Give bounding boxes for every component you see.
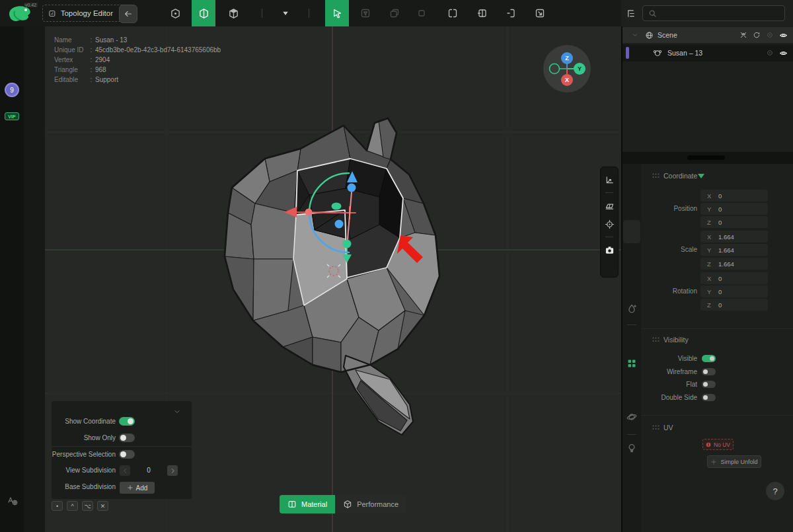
- triangle-down-icon: [282, 9, 289, 17]
- object-info-panel: Name:Susan - 13 Unique ID:45cdb3be-0e2b-…: [54, 35, 221, 85]
- scale-x-field[interactable]: X1.664: [700, 231, 768, 243]
- monkey-mesh-icon: [653, 48, 662, 57]
- perspective-selection-label: Perspective Selection: [52, 451, 116, 458]
- gizmo-z-handle[interactable]: [348, 184, 356, 192]
- scene-header-row[interactable]: Scene: [623, 27, 793, 43]
- drag-handle-icon[interactable]: [652, 337, 660, 342]
- ground-grid-icon: [605, 201, 615, 211]
- gizmo-x-handle[interactable]: [305, 209, 313, 216]
- rotation-y-field[interactable]: Y0: [700, 285, 768, 297]
- position-z-field[interactable]: Z0: [700, 216, 768, 228]
- language-button[interactable]: [7, 496, 18, 506]
- tool-face-mode-button[interactable]: [221, 0, 245, 26]
- view-toolbar: [600, 167, 619, 278]
- tool-duplicate-button[interactable]: [383, 0, 406, 26]
- section-expanded-icon[interactable]: [698, 174, 704, 179]
- wireframe-toggle[interactable]: [702, 368, 716, 375]
- subdivision-decrease-button[interactable]: [120, 465, 130, 476]
- help-button[interactable]: ?: [766, 482, 784, 500]
- tool-frame-button[interactable]: [410, 0, 434, 26]
- rotation-x-field[interactable]: X0: [700, 272, 768, 284]
- focus-target-icon[interactable]: [766, 49, 774, 57]
- face-mode-icon: [228, 8, 239, 19]
- scene-item-susan[interactable]: Susan – 13: [623, 44, 793, 61]
- visible-toggle[interactable]: [702, 355, 716, 362]
- scale-z-field[interactable]: Z1.664: [700, 258, 768, 270]
- hierarchy-toggle-button[interactable]: [626, 9, 636, 19]
- view-orientation-button[interactable]: [603, 172, 616, 187]
- mode-dropdown[interactable]: Topology Editor: [42, 5, 130, 22]
- avatar[interactable]: 9: [5, 83, 19, 97]
- mirror-icon: [477, 8, 488, 19]
- screenshot-button[interactable]: [603, 243, 616, 257]
- flat-label: Flat: [629, 381, 697, 388]
- visibility-section-title: Visibility: [663, 336, 689, 344]
- section-divider: [641, 415, 793, 416]
- orientation-gizmo[interactable]: Z Y X: [541, 42, 593, 95]
- double-side-toggle[interactable]: [702, 394, 716, 401]
- show-only-toggle[interactable]: [119, 434, 135, 442]
- toolbar-divider: [605, 192, 613, 193]
- tool-bracket-button[interactable]: [499, 0, 523, 26]
- toolbar-separator: [262, 9, 262, 18]
- position-x-field[interactable]: X0: [700, 190, 768, 202]
- tool-select-button[interactable]: [325, 0, 349, 26]
- tab-performance[interactable]: Performance: [335, 495, 406, 513]
- drag-handle-icon[interactable]: [652, 173, 660, 178]
- focus-target-icon[interactable]: [766, 31, 774, 39]
- vertex-count-value: 2904: [95, 55, 110, 65]
- tool-vertex-mode-button[interactable]: [163, 0, 187, 26]
- cursor-select-icon: [332, 8, 343, 19]
- collapse-all-icon[interactable]: [739, 31, 747, 39]
- modifier-key-2: ^: [67, 501, 78, 511]
- rotation-z-field[interactable]: Z0: [700, 299, 768, 311]
- material-tab-button[interactable]: [626, 303, 637, 314]
- ground-plane-button[interactable]: [603, 198, 616, 213]
- collapse-panel-button[interactable]: [173, 408, 181, 416]
- tool-split-view-button[interactable]: [441, 0, 465, 26]
- subdivision-increase-button[interactable]: [167, 465, 178, 476]
- drag-handle-icon[interactable]: [652, 425, 660, 430]
- flat-toggle[interactable]: [702, 381, 716, 388]
- tool-box-select-button[interactable]: [354, 0, 377, 26]
- tool-scale-region-button[interactable]: [528, 0, 552, 26]
- scale-group-label: Scale: [651, 246, 697, 253]
- position-y-field[interactable]: Y0: [700, 203, 768, 215]
- show-coordinate-toggle[interactable]: [119, 417, 135, 426]
- performance-cube-icon: [343, 500, 352, 509]
- gizmo-plane-handle-green[interactable]: [332, 203, 342, 210]
- panel-resize-handle[interactable]: [687, 155, 725, 160]
- back-button[interactable]: [119, 5, 137, 23]
- gizmo-plane-handle-blue[interactable]: [335, 220, 344, 229]
- tool-mirror-button[interactable]: [471, 0, 494, 26]
- simple-unfold-button[interactable]: Simple Unfold: [707, 455, 761, 468]
- vertex-mode-icon: [170, 8, 181, 19]
- viewport-3d[interactable]: Z Y X Name:Susan - 13 Unique ID:45cdb3be…: [45, 26, 621, 532]
- light-tab-button[interactable]: [626, 443, 637, 453]
- eye-visible-icon[interactable]: [779, 31, 788, 40]
- search-input[interactable]: [661, 9, 776, 18]
- axis-neg-y-handle[interactable]: [550, 64, 560, 74]
- visible-label: Visible: [629, 355, 697, 362]
- back-arrow-icon: [124, 9, 133, 19]
- camera-icon: [605, 245, 615, 255]
- add-subdivision-button[interactable]: Add: [120, 482, 155, 494]
- chevron-down-icon: [173, 408, 181, 416]
- active-tab-highlight: [623, 220, 640, 243]
- toolbar-separator: [309, 9, 309, 18]
- tab-material[interactable]: Material: [280, 495, 335, 513]
- chevron-left-icon: [122, 468, 128, 474]
- gizmo-x-axis[interactable]: [291, 212, 350, 213]
- tool-dropdown-button[interactable]: [274, 0, 297, 26]
- environment-tab-button[interactable]: [626, 412, 637, 422]
- gizmo-y-handle[interactable]: [343, 240, 352, 248]
- scale-y-field[interactable]: Y1.664: [700, 244, 768, 256]
- wireframe-label: Wireframe: [629, 368, 697, 375]
- tool-edge-mode-button[interactable]: [192, 0, 215, 26]
- eye-visible-icon[interactable]: [779, 49, 788, 57]
- info-row: Unique ID:45cdb3be-0e2b-42c3-bd74-614376…: [54, 45, 221, 55]
- focus-selection-button[interactable]: [603, 217, 616, 231]
- perspective-selection-toggle[interactable]: [119, 450, 135, 459]
- refresh-icon[interactable]: [753, 31, 761, 39]
- bottom-tab-bar: Material Performance: [280, 495, 406, 513]
